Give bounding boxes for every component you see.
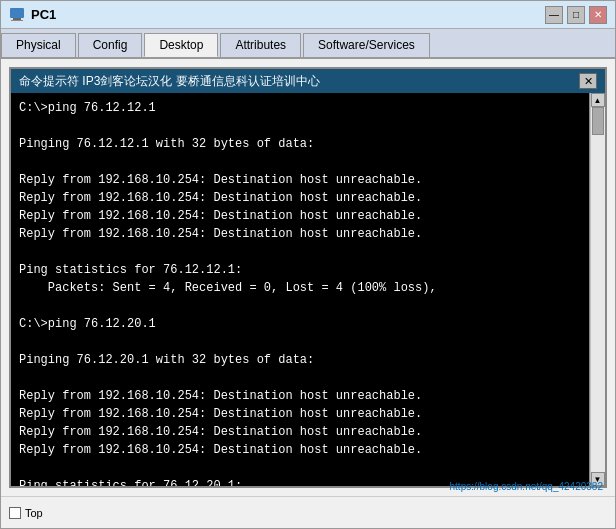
cmd-line: Ping statistics for 76.12.12.1: — [19, 261, 585, 279]
title-bar-left: PC1 — [9, 7, 56, 23]
top-checkbox[interactable] — [9, 507, 21, 519]
tab-attributes[interactable]: Attributes — [220, 33, 301, 57]
title-controls: — □ ✕ — [545, 6, 607, 24]
cmd-title-text: 命令提示符 IP3剑客论坛汉化 要桥通信息科认证培训中心 — [19, 73, 320, 90]
cmd-line: Packets: Sent = 4, Received = 0, Lost = … — [19, 279, 585, 297]
tab-desktop[interactable]: Desktop — [144, 33, 218, 57]
content-area: 命令提示符 IP3剑客论坛汉化 要桥通信息科认证培训中心 ✕ C:\>ping … — [1, 59, 615, 528]
minimize-button[interactable]: — — [545, 6, 563, 24]
cmd-line — [19, 153, 585, 171]
checkbox-area: Top — [9, 507, 43, 519]
cmd-body[interactable]: C:\>ping 76.12.12.1 Pinging 76.12.12.1 w… — [11, 93, 589, 486]
close-window-button[interactable]: ✕ — [589, 6, 607, 24]
cmd-line — [19, 369, 585, 387]
title-bar: PC1 — □ ✕ — [1, 1, 615, 29]
cmd-line: Pinging 76.12.20.1 with 32 bytes of data… — [19, 351, 585, 369]
cmd-line: Reply from 192.168.10.254: Destination h… — [19, 441, 585, 459]
svg-rect-2 — [11, 20, 23, 21]
cmd-line: Reply from 192.168.10.254: Destination h… — [19, 387, 585, 405]
cmd-line — [19, 333, 585, 351]
cmd-line: C:\>ping 76.12.20.1 — [19, 315, 585, 333]
cmd-line: C:\>ping 76.12.12.1 — [19, 99, 585, 117]
cmd-line: Reply from 192.168.10.254: Destination h… — [19, 207, 585, 225]
svg-rect-1 — [13, 18, 21, 20]
top-label: Top — [25, 507, 43, 519]
cmd-line: Pinging 76.12.12.1 with 32 bytes of data… — [19, 135, 585, 153]
tab-config[interactable]: Config — [78, 33, 143, 57]
cmd-line: Reply from 192.168.10.254: Destination h… — [19, 405, 585, 423]
cmd-close-button[interactable]: ✕ — [579, 73, 597, 89]
cmd-line: Reply from 192.168.10.254: Destination h… — [19, 171, 585, 189]
svg-rect-0 — [10, 8, 24, 18]
tab-software-services[interactable]: Software/Services — [303, 33, 430, 57]
cmd-line — [19, 117, 585, 135]
computer-icon — [9, 7, 25, 23]
cmd-line: Reply from 192.168.10.254: Destination h… — [19, 423, 585, 441]
window-title: PC1 — [31, 7, 56, 22]
maximize-button[interactable]: □ — [567, 6, 585, 24]
bottom-bar: Top — [1, 496, 615, 528]
scroll-up-button[interactable]: ▲ — [591, 93, 605, 107]
cmd-line: Reply from 192.168.10.254: Destination h… — [19, 225, 585, 243]
tab-bar: Physical Config Desktop Attributes Softw… — [1, 29, 615, 59]
cmd-body-container: C:\>ping 76.12.12.1 Pinging 76.12.12.1 w… — [11, 93, 605, 486]
watermark: https://blog.csdn.net/qq_42420382 — [450, 481, 603, 492]
cmd-line — [19, 297, 585, 315]
tab-physical[interactable]: Physical — [1, 33, 76, 57]
main-window: PC1 — □ ✕ Physical Config Desktop Attrib… — [0, 0, 616, 529]
cmd-line — [19, 243, 585, 261]
scrollbar[interactable]: ▲ ▼ — [589, 93, 605, 486]
scrollbar-thumb[interactable] — [592, 107, 604, 135]
cmd-line: Reply from 192.168.10.254: Destination h… — [19, 189, 585, 207]
scrollbar-track — [591, 107, 605, 472]
cmd-line — [19, 459, 585, 477]
cmd-window: 命令提示符 IP3剑客论坛汉化 要桥通信息科认证培训中心 ✕ C:\>ping … — [9, 67, 607, 488]
cmd-title-bar: 命令提示符 IP3剑客论坛汉化 要桥通信息科认证培训中心 ✕ — [11, 69, 605, 93]
